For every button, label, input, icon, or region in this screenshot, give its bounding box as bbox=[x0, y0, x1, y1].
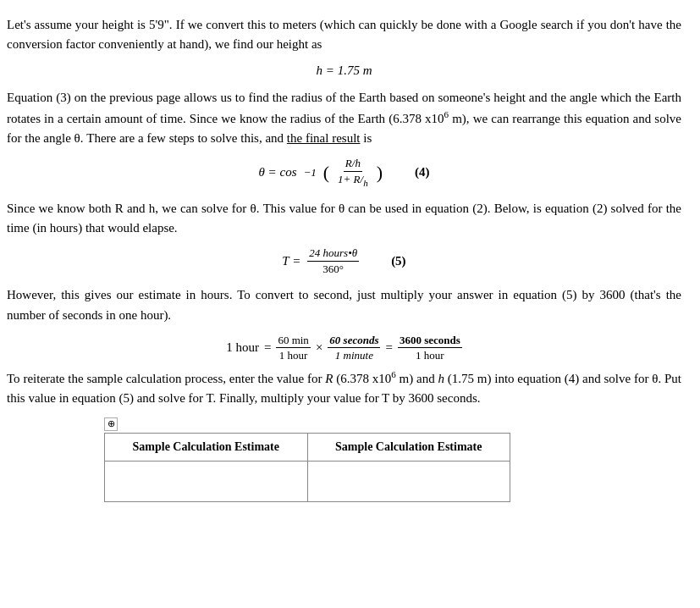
eq5-fraction: 24 hours•θ 360° bbox=[307, 246, 359, 275]
conv-60min: 60 min bbox=[276, 334, 310, 349]
conv-eq1: = bbox=[264, 340, 271, 355]
eq4-numerator: R/h bbox=[344, 157, 362, 172]
move-handle-icon[interactable]: ⊕ bbox=[104, 417, 118, 431]
height-equation: h = 1.75 m bbox=[7, 64, 681, 78]
conv-eq2: = bbox=[385, 340, 392, 355]
table-header-row: Sample Calculation Estimate Sample Calcu… bbox=[105, 433, 510, 461]
sample-calc-table: Sample Calculation Estimate Sample Calcu… bbox=[104, 433, 510, 502]
para3: Since we know both R and h, we can solve… bbox=[7, 199, 681, 239]
eq4-fraction: R/h 1+ R/h bbox=[336, 157, 370, 188]
eq4-denominator: 1+ R/h bbox=[336, 172, 370, 189]
eq4-lhs: θ = cos bbox=[258, 165, 296, 180]
conv-1hour2: 1 hour bbox=[278, 348, 310, 362]
intro-paragraph: Let's assume your height is 5'9". If we … bbox=[7, 15, 681, 55]
table-cell-2 bbox=[307, 461, 510, 501]
eq4-rparen: ) bbox=[377, 163, 383, 182]
conv-60sec: 60 seconds bbox=[328, 334, 380, 349]
conv-times: × bbox=[316, 340, 322, 355]
eq4-inv: −1 bbox=[303, 166, 316, 180]
table-section: ⊕ Sample Calculation Estimate Sample Cal… bbox=[7, 417, 681, 502]
para5: To reiterate the sample calculation proc… bbox=[7, 368, 681, 409]
table-cell-1 bbox=[105, 461, 308, 501]
height-eq-text: h = 1.75 m bbox=[317, 64, 372, 77]
table-col2-header: Sample Calculation Estimate bbox=[307, 433, 510, 461]
para4: However, this gives our estimate in hour… bbox=[7, 285, 681, 325]
conv-1min: 1 minute bbox=[333, 348, 375, 362]
equation-5-row: T = 24 hours•θ 360° (5) bbox=[7, 246, 681, 275]
para2: Equation (3) on the previous page allows… bbox=[7, 88, 681, 149]
conv-1hour3: 1 hour bbox=[414, 348, 446, 362]
conv-3600sec: 3600 seconds bbox=[398, 334, 462, 349]
eq4-lparen: ( bbox=[323, 163, 329, 182]
eq5-lhs: T = bbox=[282, 254, 300, 268]
page-content: Let's assume your height is 5'9". If we … bbox=[7, 15, 681, 502]
eq4-label: (4) bbox=[415, 165, 430, 180]
table-row bbox=[105, 461, 510, 501]
table-col1-header: Sample Calculation Estimate bbox=[105, 433, 308, 461]
conv-frac2: 60 seconds 1 minute bbox=[328, 334, 380, 362]
eq5-label: (5) bbox=[391, 254, 406, 268]
conv-frac3: 3600 seconds 1 hour bbox=[398, 334, 462, 362]
eq5-numerator: 24 hours•θ bbox=[307, 246, 359, 262]
eq5-denominator: 360° bbox=[321, 262, 345, 276]
underline-phrase: the final result bbox=[287, 131, 361, 145]
conversion-equation: 1 hour = 60 min 1 hour × 60 seconds 1 mi… bbox=[7, 334, 681, 362]
conv-frac1: 60 min 1 hour bbox=[276, 334, 310, 362]
equation-4-row: θ = cos −1 ( R/h 1+ R/h ) (4) bbox=[7, 157, 681, 188]
conv-1hour: 1 hour bbox=[226, 340, 259, 355]
